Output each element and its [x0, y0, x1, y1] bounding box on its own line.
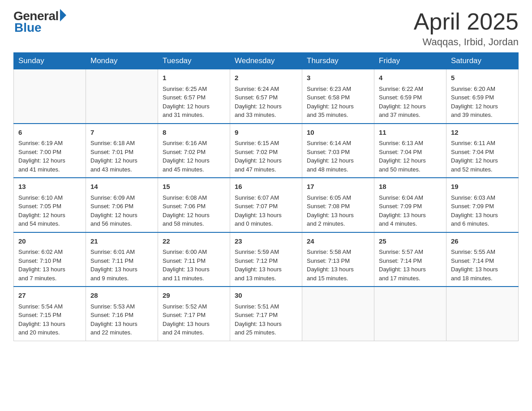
day-info: Sunset: 7:14 PM — [451, 257, 514, 265]
day-header-monday: Monday — [86, 53, 158, 69]
day-info: Sunrise: 6:03 AM — [451, 193, 514, 202]
day-info: Daylight: 12 hours — [90, 211, 153, 220]
day-info: Sunrise: 5:53 AM — [90, 302, 153, 311]
calendar-week-row: 27Sunrise: 5:54 AMSunset: 7:15 PMDayligh… — [14, 287, 519, 341]
day-info: Daylight: 12 hours — [163, 102, 225, 111]
day-info: and 17 minutes. — [379, 274, 442, 283]
day-number: 18 — [379, 182, 442, 192]
day-number: 25 — [379, 236, 442, 247]
day-info: and 52 minutes. — [451, 165, 514, 174]
day-info: Sunset: 7:11 PM — [90, 257, 153, 265]
day-number: 24 — [307, 236, 369, 247]
day-info: Sunset: 7:06 PM — [163, 202, 225, 211]
day-number: 28 — [90, 291, 153, 301]
day-info: and 58 minutes. — [163, 219, 225, 228]
day-info: and 31 minutes. — [163, 111, 225, 120]
day-info: Daylight: 12 hours — [451, 156, 514, 165]
day-info: Sunrise: 6:23 AM — [307, 85, 369, 94]
day-info: Sunset: 7:16 PM — [90, 311, 153, 320]
day-header-tuesday: Tuesday — [158, 53, 230, 69]
calendar-table: SundayMondayTuesdayWednesdayThursdayFrid… — [13, 52, 519, 341]
day-info: Sunset: 6:59 PM — [451, 93, 514, 102]
day-info: Sunset: 6:59 PM — [379, 93, 442, 102]
day-info: Daylight: 13 hours — [307, 211, 369, 220]
day-info: Daylight: 13 hours — [235, 265, 297, 274]
day-info: Daylight: 13 hours — [451, 211, 514, 220]
calendar-cell: 16Sunrise: 6:07 AMSunset: 7:07 PMDayligh… — [230, 178, 302, 232]
day-header-wednesday: Wednesday — [230, 53, 302, 69]
day-info: Sunset: 7:12 PM — [235, 257, 297, 265]
logo-arrow-icon — [60, 9, 66, 21]
day-info: Sunset: 7:17 PM — [163, 311, 225, 320]
day-info: and 48 minutes. — [307, 165, 369, 174]
calendar-cell: 18Sunrise: 6:04 AMSunset: 7:09 PMDayligh… — [374, 178, 446, 232]
day-info: Sunrise: 5:57 AM — [379, 248, 442, 257]
calendar-cell: 2Sunrise: 6:24 AMSunset: 6:57 PMDaylight… — [230, 69, 302, 124]
day-info: Sunrise: 6:22 AM — [379, 85, 442, 94]
day-number: 27 — [18, 291, 81, 301]
calendar-cell: 25Sunrise: 5:57 AMSunset: 7:14 PMDayligh… — [374, 232, 446, 287]
day-number: 8 — [163, 128, 225, 138]
day-info: Sunrise: 6:02 AM — [18, 248, 81, 257]
day-info: and 20 minutes. — [18, 328, 81, 337]
day-info: Sunrise: 6:07 AM — [235, 193, 297, 202]
day-info: Sunset: 7:03 PM — [307, 148, 369, 157]
calendar-header-row: SundayMondayTuesdayWednesdayThursdayFrid… — [14, 53, 519, 69]
day-number: 26 — [451, 236, 514, 247]
day-info: and 7 minutes. — [18, 274, 81, 283]
calendar-cell — [86, 69, 158, 124]
day-info: Sunrise: 6:15 AM — [235, 139, 297, 148]
day-info: Sunset: 6:57 PM — [163, 93, 225, 102]
month-title: April 2025 — [414, 9, 519, 34]
calendar-cell: 21Sunrise: 6:01 AMSunset: 7:11 PMDayligh… — [86, 232, 158, 287]
day-info: and 22 minutes. — [90, 328, 153, 337]
day-info: Daylight: 13 hours — [90, 265, 153, 274]
calendar-cell: 4Sunrise: 6:22 AMSunset: 6:59 PMDaylight… — [374, 69, 446, 124]
day-info: Daylight: 13 hours — [18, 265, 81, 274]
day-info: and 47 minutes. — [235, 165, 297, 174]
calendar-cell: 19Sunrise: 6:03 AMSunset: 7:09 PMDayligh… — [446, 178, 519, 232]
calendar-cell: 22Sunrise: 6:00 AMSunset: 7:11 PMDayligh… — [158, 232, 230, 287]
day-info: Sunset: 7:09 PM — [379, 202, 442, 211]
day-info: Sunset: 6:58 PM — [307, 93, 369, 102]
day-info: Sunset: 7:09 PM — [451, 202, 514, 211]
calendar-week-row: 6Sunrise: 6:19 AMSunset: 7:00 PMDaylight… — [14, 124, 519, 178]
day-info: and 39 minutes. — [451, 111, 514, 120]
calendar-week-row: 20Sunrise: 6:02 AMSunset: 7:10 PMDayligh… — [14, 232, 519, 287]
calendar-cell: 30Sunrise: 5:51 AMSunset: 7:17 PMDayligh… — [230, 287, 302, 341]
calendar-cell: 23Sunrise: 5:59 AMSunset: 7:12 PMDayligh… — [230, 232, 302, 287]
day-info: Sunset: 7:02 PM — [235, 148, 297, 157]
calendar-cell: 3Sunrise: 6:23 AMSunset: 6:58 PMDaylight… — [302, 69, 374, 124]
day-info: Daylight: 13 hours — [307, 265, 369, 274]
day-info: Daylight: 12 hours — [307, 156, 369, 165]
day-info: Sunrise: 6:16 AM — [163, 139, 225, 148]
day-info: and 54 minutes. — [18, 219, 81, 228]
day-number: 16 — [235, 182, 297, 192]
day-number: 1 — [163, 73, 225, 83]
calendar-cell — [302, 287, 374, 341]
day-info: Daylight: 13 hours — [235, 211, 297, 220]
page-header: General Blue April 2025 Waqqas, Irbid, J… — [13, 9, 519, 48]
day-number: 20 — [18, 236, 81, 247]
calendar-cell: 17Sunrise: 6:05 AMSunset: 7:08 PMDayligh… — [302, 178, 374, 232]
day-info: Daylight: 13 hours — [163, 320, 225, 329]
calendar-cell: 11Sunrise: 6:13 AMSunset: 7:04 PMDayligh… — [374, 124, 446, 178]
calendar-cell: 26Sunrise: 5:55 AMSunset: 7:14 PMDayligh… — [446, 232, 519, 287]
day-info: and 0 minutes. — [235, 219, 297, 228]
calendar-cell: 13Sunrise: 6:10 AMSunset: 7:05 PMDayligh… — [14, 178, 86, 232]
day-info: Daylight: 13 hours — [379, 211, 442, 220]
day-info: Sunrise: 6:08 AM — [163, 193, 225, 202]
day-info: Sunrise: 6:14 AM — [307, 139, 369, 148]
day-info: Daylight: 13 hours — [18, 320, 81, 329]
calendar-cell — [14, 69, 86, 124]
day-info: Daylight: 12 hours — [379, 102, 442, 111]
day-info: Sunrise: 5:55 AM — [451, 248, 514, 257]
day-info: Sunrise: 6:13 AM — [379, 139, 442, 148]
day-number: 7 — [90, 128, 153, 138]
calendar-cell: 12Sunrise: 6:11 AMSunset: 7:04 PMDayligh… — [446, 124, 519, 178]
calendar-cell: 20Sunrise: 6:02 AMSunset: 7:10 PMDayligh… — [14, 232, 86, 287]
day-number: 11 — [379, 128, 442, 138]
day-info: Sunrise: 5:59 AM — [235, 248, 297, 257]
calendar-cell — [374, 287, 446, 341]
calendar-cell: 7Sunrise: 6:18 AMSunset: 7:01 PMDaylight… — [86, 124, 158, 178]
